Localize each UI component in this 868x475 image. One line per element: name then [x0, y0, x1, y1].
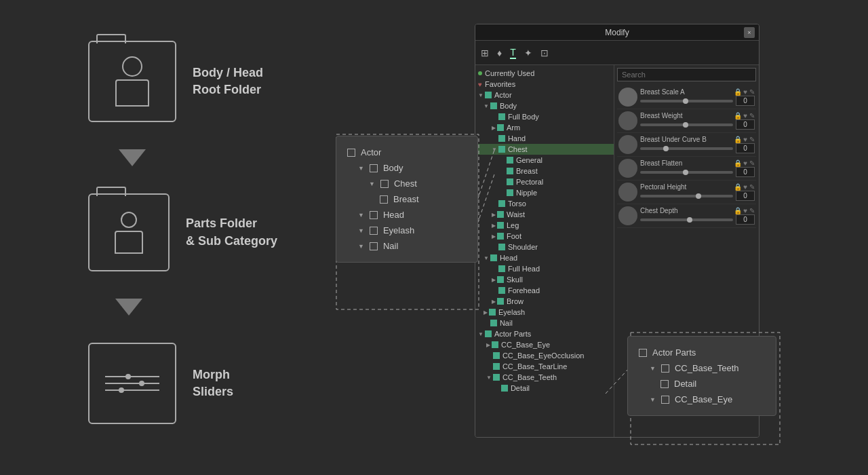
tree-body[interactable]: ▼ Body	[475, 100, 614, 111]
tree-cb-skull[interactable]	[497, 276, 504, 283]
tree-cb-torso[interactable]	[498, 200, 505, 207]
tree-nipple[interactable]: ▼ Nipple	[475, 187, 614, 198]
tree-actor-parts[interactable]: ▼ Actor Parts	[475, 328, 614, 339]
tree-arm[interactable]: ▶ Arm	[475, 122, 614, 133]
tree-cb-cceyeocc[interactable]	[493, 352, 500, 359]
popup-cb-nail[interactable]	[370, 242, 378, 250]
tree-waist[interactable]: ▶ Waist	[475, 209, 614, 220]
tree-brow[interactable]: ▶ Brow	[475, 296, 614, 307]
tree-cb-waist[interactable]	[497, 211, 504, 218]
close-button[interactable]: ×	[744, 27, 755, 38]
popup-cb-actor[interactable]	[347, 149, 355, 157]
tree-hand[interactable]: ▼ Hand	[475, 133, 614, 144]
tree-nail-label: Nail	[500, 319, 513, 327]
ap-cb-detail[interactable]	[660, 380, 669, 388]
toolbar-icon-grid[interactable]: ⊡	[540, 48, 549, 58]
toolbar-icon-sliders[interactable]: ⊞	[481, 48, 489, 58]
prop-value-5[interactable]	[736, 191, 755, 201]
tree-full-body[interactable]: ▼ Full Body	[475, 111, 614, 122]
tree-torso[interactable]: ▼ Torso	[475, 198, 614, 209]
tree-head[interactable]: ▼ Head	[475, 252, 614, 263]
tree-currently-used[interactable]: Currently Used	[475, 68, 614, 79]
prop-value-4[interactable]	[736, 167, 755, 177]
tree-cb-body[interactable]	[490, 102, 497, 109]
tree-forehead[interactable]: ▼ Forehead	[475, 285, 614, 296]
prop-slider-2[interactable]	[640, 124, 733, 126]
tree-cb-forehead[interactable]	[498, 287, 505, 294]
modify-toolbar: ⊞ ♦ T ✦ ⊡	[475, 41, 759, 65]
tree-breast[interactable]: ▼ Breast	[475, 166, 614, 176]
prop-value-2[interactable]	[736, 119, 755, 130]
tree-cc-tearline[interactable]: ▼ CC_Base_TearLine	[475, 361, 614, 372]
tree-cc-teeth[interactable]: ▼ CC_Base_Teeth	[475, 372, 614, 383]
tree-skull[interactable]: ▶ Skull	[475, 274, 614, 285]
tree-cb-brow[interactable]	[497, 298, 504, 305]
search-input[interactable]	[617, 68, 756, 81]
tree-pectoral[interactable]: ▼ Pectoral	[475, 176, 614, 187]
prop-row-chest-depth: Chest Depth 🔒 ♥ ✎	[617, 204, 756, 228]
tree-cb-general[interactable]	[507, 157, 513, 164]
tree-cb-foot[interactable]	[497, 233, 504, 240]
tree-eyelash[interactable]: ▶ Eyelash	[475, 307, 614, 318]
popup-label-eyelash: Eyelash	[383, 225, 414, 235]
ap-cb-actorparts[interactable]	[639, 349, 647, 357]
tree-actor[interactable]: ▼ Actor	[475, 90, 614, 100]
tree-cb-fullbody[interactable]	[498, 113, 505, 120]
tree-cb-cceye[interactable]	[492, 341, 498, 348]
tree-cb-leg[interactable]	[497, 222, 504, 229]
prop-slider-6[interactable]	[640, 218, 733, 221]
popup-cb-body[interactable]	[370, 164, 378, 172]
popup-cb-head[interactable]	[370, 211, 378, 219]
tree-cb-chest[interactable]	[498, 146, 505, 153]
tree-cc-eyeocc[interactable]: ▼ CC_Base_EyeOcclusion	[475, 350, 614, 361]
tree-cb-pectoral[interactable]	[507, 178, 513, 185]
tree-cb-ccteeth[interactable]	[493, 374, 500, 381]
tree-cc-eye[interactable]: ▶ CC_Base_Eye	[475, 339, 614, 350]
tree-leg[interactable]: ▶ Leg	[475, 220, 614, 231]
tree-general[interactable]: ▼ General	[475, 155, 614, 166]
tree-detail[interactable]: ▼ Detail	[475, 383, 614, 394]
prop-value-6[interactable]	[736, 214, 755, 225]
popup-tri-eyelash: ▼	[358, 227, 364, 234]
tree-cb-actorparts[interactable]	[485, 330, 492, 337]
tree-cb-arm[interactable]	[497, 124, 504, 131]
toolbar-icon-text[interactable]: T	[510, 47, 516, 59]
popup-cb-breast[interactable]	[380, 195, 388, 204]
tree-cb-actor[interactable]	[485, 92, 492, 98]
tree-cb-detail[interactable]	[501, 385, 508, 392]
ap-item-detail: Detail	[639, 376, 765, 392]
prop-slider-wrap-3	[640, 143, 755, 153]
popup-cb-chest[interactable]	[380, 180, 389, 188]
ap-cb-ccteeth[interactable]	[661, 364, 669, 373]
tree-cb-nipple[interactable]	[507, 189, 513, 196]
tree-cb-eyelash[interactable]	[489, 309, 496, 316]
tree-skull-label: Skull	[507, 276, 523, 284]
tree-cb-shoulder[interactable]	[498, 244, 505, 250]
tree-nail[interactable]: ▼ Nail	[475, 318, 614, 328]
prop-slider-4[interactable]	[640, 171, 733, 174]
tree-cb-fullhead[interactable]	[498, 265, 505, 272]
prop-slider-3[interactable]	[640, 147, 733, 150]
tree-full-head[interactable]: ▼ Full Head	[475, 263, 614, 274]
toolbar-icon-diamond[interactable]: ♦	[497, 48, 502, 58]
tree-cb-head[interactable]	[490, 254, 497, 261]
tree-cb-cctearline[interactable]	[493, 363, 500, 370]
tree-cb-hand[interactable]	[498, 135, 505, 142]
popup-cb-eyelash[interactable]	[370, 227, 378, 235]
prop-value-3[interactable]	[736, 143, 755, 153]
popup-item-breast: Breast	[347, 191, 467, 207]
tree-cb-nail[interactable]	[490, 320, 497, 326]
prop-slider-1[interactable]	[640, 100, 733, 102]
tree-chest[interactable]: ▼ Chest	[475, 144, 614, 155]
tree-cb-breast[interactable]	[507, 168, 513, 174]
prop-value-1[interactable]	[736, 96, 755, 106]
ap-cb-cceye[interactable]	[661, 396, 669, 404]
popup-label-head: Head	[383, 210, 404, 220]
tree-shoulder[interactable]: ▼ Shoulder	[475, 242, 614, 252]
tree-foot[interactable]: ▶ Foot	[475, 231, 614, 242]
prop-label-breast-scale: Breast Scale A	[640, 88, 734, 96]
tree-favorites[interactable]: ♥ Favorites	[475, 79, 614, 90]
prop-slider-5[interactable]	[640, 195, 733, 197]
toolbar-icon-star[interactable]: ✦	[524, 48, 532, 58]
tree-tri-brow: ▶	[492, 299, 496, 305]
